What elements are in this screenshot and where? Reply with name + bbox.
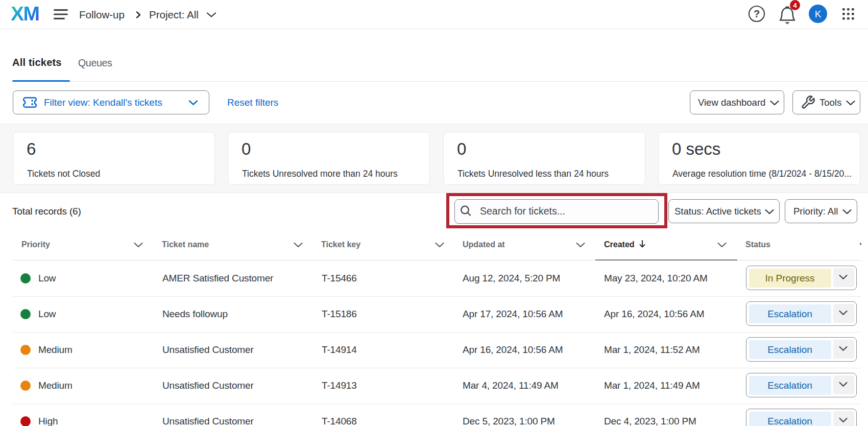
- svg-text:?: ?: [754, 8, 760, 19]
